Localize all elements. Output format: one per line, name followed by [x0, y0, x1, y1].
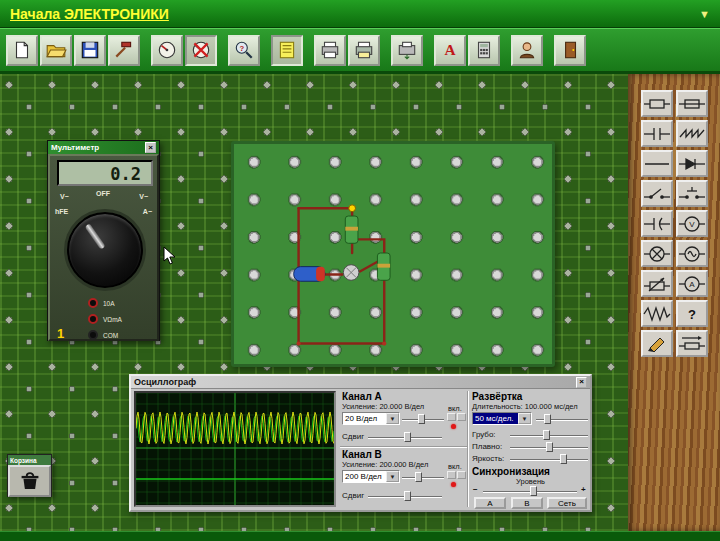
component-sawtooth-source-button[interactable] [676, 120, 708, 147]
open-folder-button[interactable] [40, 35, 72, 66]
component-ac-source-button[interactable] [676, 240, 708, 267]
jack-label-vohm: VΩmA [103, 316, 122, 323]
channel-b-on-button[interactable] [447, 471, 456, 479]
component-pencil-button[interactable] [641, 330, 673, 357]
component-zigzag-resistor-button[interactable] [641, 300, 673, 327]
jack-com[interactable] [88, 330, 98, 340]
oscilloscope-window[interactable]: Осциллограф × Канал А Усиление: 20.000 В… [129, 374, 592, 512]
save-button[interactable] [74, 35, 106, 66]
assistant-button[interactable] [511, 35, 543, 66]
bottom-bar [0, 531, 720, 541]
component-push-button-button[interactable] [676, 180, 708, 207]
component-capacitor-button[interactable] [641, 120, 673, 147]
pcb-workspace[interactable]: VA? [0, 74, 720, 531]
channel-a-off-button[interactable] [457, 413, 466, 421]
slider-thumb[interactable] [418, 414, 425, 424]
zoom-help-button[interactable]: ? [228, 35, 260, 66]
sweep-fine-label: Плавно: [472, 442, 502, 451]
sync-source-a-button[interactable]: А [474, 497, 506, 509]
rheostat-icon [678, 335, 706, 353]
sweep-range-slider[interactable] [536, 413, 588, 425]
printer-button[interactable] [314, 35, 346, 66]
component-help-button[interactable]: ? [676, 300, 708, 327]
channel-b-on-label: вкл. [448, 462, 462, 471]
component-fuse-button[interactable] [676, 90, 708, 117]
channel-a-gain-slider[interactable] [402, 413, 444, 425]
channel-b-off-button[interactable] [457, 471, 466, 479]
channel-b-shift-slider[interactable] [368, 490, 442, 502]
exit-door-button[interactable] [554, 35, 586, 66]
menu-triangle-icon[interactable]: ▼ [699, 8, 710, 20]
slider-thumb[interactable] [404, 491, 411, 501]
breadboard[interactable] [231, 141, 555, 367]
voltmeter-gauge-off-button[interactable] [185, 35, 217, 66]
channel-b-range-select[interactable]: 200 В/дел ▼ [342, 470, 400, 483]
channel-a-range-select[interactable]: 20 В/дел ▼ [342, 412, 400, 425]
printer-copy-button[interactable] [348, 35, 380, 66]
chevron-down-icon[interactable]: ▼ [386, 413, 399, 424]
component-rheostat-button[interactable] [676, 330, 708, 357]
multimeter-dial[interactable] [67, 212, 143, 288]
sync-level-slider[interactable] [483, 485, 577, 497]
trash-window[interactable]: Корзина [7, 454, 52, 497]
jack-vohm[interactable] [88, 314, 98, 324]
printer-export-button[interactable] [391, 35, 423, 66]
slider-thumb[interactable] [415, 472, 422, 482]
save-icon [79, 40, 101, 60]
component-voltmeter-button[interactable]: V [676, 210, 708, 237]
close-icon[interactable]: × [576, 377, 587, 388]
circuit-svg[interactable] [234, 144, 552, 364]
multimeter-title: Мультиметр [51, 143, 99, 152]
component-diode-button[interactable] [676, 150, 708, 177]
notes-button[interactable] [271, 35, 303, 66]
sweep-fine-slider[interactable] [510, 441, 588, 453]
toolbar: ?A [0, 28, 720, 74]
resistor-icon [643, 95, 671, 113]
component-polar-capacitor-button[interactable] [641, 210, 673, 237]
component-potentiometer-button[interactable] [641, 270, 673, 297]
component-switch-button[interactable] [641, 180, 673, 207]
tools-button[interactable] [108, 35, 140, 66]
new-document-button[interactable] [6, 35, 38, 66]
chevron-down-icon[interactable]: ▼ [518, 413, 531, 424]
close-icon[interactable]: × [145, 142, 156, 153]
circuit-node-2[interactable] [296, 341, 300, 345]
jack-10a[interactable] [88, 298, 98, 308]
sweep-coarse-slider[interactable] [510, 429, 588, 441]
sync-source-b-button[interactable]: В [511, 497, 543, 509]
chevron-down-icon[interactable]: ▼ [386, 471, 399, 482]
slider-thumb[interactable] [404, 432, 411, 442]
component-wire-button[interactable] [641, 150, 673, 177]
slider-thumb[interactable] [530, 486, 537, 496]
oscilloscope-titlebar[interactable]: Осциллограф × [131, 376, 590, 389]
divider [467, 391, 469, 507]
channel-b-shift-label: Сдвиг [342, 491, 364, 500]
sweep-sync-panel: Развёртка Длительность: 100.000 мс/дел 5… [470, 391, 591, 509]
slider-thumb[interactable] [546, 442, 553, 452]
sweep-brightness-slider[interactable] [510, 453, 588, 465]
jack-label-com: COM [103, 332, 118, 339]
channel-a-on-button[interactable] [447, 413, 456, 421]
multimeter-window[interactable]: Мультиметр × 0.2 V~ OFF V− A− hFE 10A VΩ… [47, 140, 160, 341]
sweep-range-select[interactable]: 50 мс/дел. ▼ [472, 412, 532, 425]
app-titlebar: Начала ЭЛЕКТРОНИКИ ▼ [0, 0, 720, 28]
svg-text:V: V [689, 220, 695, 229]
channel-a-shift-slider[interactable] [368, 431, 442, 443]
slider-thumb[interactable] [543, 430, 550, 440]
sync-source-net-button[interactable]: Сеть [547, 497, 587, 509]
component-lamp-button[interactable] [641, 240, 673, 267]
calculator-button[interactable] [468, 35, 500, 66]
component-ammeter-button[interactable]: A [676, 270, 708, 297]
slider-thumb[interactable] [544, 414, 551, 424]
voltmeter-gauge-button[interactable] [151, 35, 183, 66]
circuit-node-3[interactable] [382, 341, 386, 345]
channel-b-gain-slider[interactable] [402, 471, 444, 483]
multimeter-titlebar[interactable]: Мультиметр × [48, 141, 159, 154]
app-title: Начала ЭЛЕКТРОНИКИ [10, 6, 169, 22]
calculator-icon [473, 40, 495, 60]
component-resistor-button[interactable] [641, 90, 673, 117]
letter-a-button[interactable]: A [434, 35, 466, 66]
trash-drop-target[interactable] [8, 465, 51, 497]
circuit-node[interactable] [349, 205, 356, 212]
slider-thumb[interactable] [560, 454, 567, 464]
